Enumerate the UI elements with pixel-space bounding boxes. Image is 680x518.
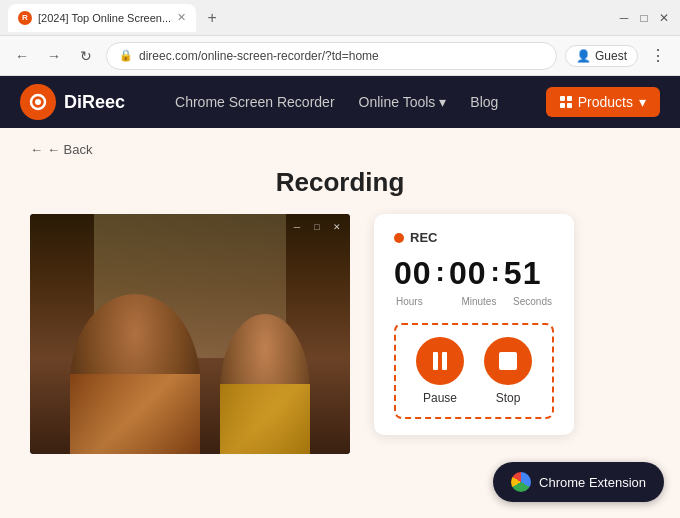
browser-addressbar: ← → ↻ 🔒 direec.com/online-screen-recorde… (0, 36, 680, 76)
rec-dot (394, 233, 404, 243)
pause-button-wrap: Pause (416, 337, 464, 405)
browser-tab[interactable]: R [2024] Top Online Screen... ✕ (8, 4, 196, 32)
video-scene (30, 214, 350, 454)
timer-colon-2: : (491, 256, 500, 288)
rec-label: REC (410, 230, 437, 245)
back-link[interactable]: ← ← Back (0, 128, 680, 157)
stop-button[interactable] (484, 337, 532, 385)
window-controls: ─ □ ✕ (616, 10, 672, 26)
page-title: Recording (0, 167, 680, 198)
security-icon: 🔒 (119, 49, 133, 62)
chrome-ext-label: Chrome Extension (539, 475, 646, 490)
page-content: ← ← Back Recording ─ □ ✕ (0, 128, 680, 518)
guest-icon: 👤 (576, 49, 591, 63)
content-row: ─ □ ✕ REC 00 : 00 : 51 Hours Minutes Sec… (0, 214, 680, 454)
video-overlay-controls: ─ □ ✕ (290, 220, 344, 234)
recording-controls: Pause Stop (394, 323, 554, 419)
browser-menu-button[interactable]: ⋮ (646, 44, 670, 68)
stop-label: Stop (496, 391, 521, 405)
stop-icon (499, 352, 517, 370)
timer-labels: Hours Minutes Seconds (394, 296, 554, 307)
forward-nav-button[interactable]: → (42, 44, 66, 68)
address-bar[interactable]: 🔒 direec.com/online-screen-recorder/?td=… (106, 42, 557, 70)
products-button[interactable]: Products ▾ (546, 87, 660, 117)
timer-display: 00 : 00 : 51 (394, 255, 554, 292)
stop-button-wrap: Stop (484, 337, 532, 405)
back-label: ← Back (47, 142, 93, 157)
tab-close-icon[interactable]: ✕ (177, 11, 186, 24)
recording-panel: REC 00 : 00 : 51 Hours Minutes Seconds (374, 214, 574, 435)
timer-hours: 00 (394, 255, 432, 292)
timer-colon-1: : (436, 256, 445, 288)
nav-links: Chrome Screen Recorder Online Tools ▾ Bl… (175, 94, 498, 110)
video-close-icon[interactable]: ✕ (330, 220, 344, 234)
maximize-button[interactable]: □ (636, 10, 652, 26)
browser-titlebar: R [2024] Top Online Screen... ✕ + ─ □ ✕ (0, 0, 680, 36)
guest-button[interactable]: 👤 Guest (565, 45, 638, 67)
online-tools-label: Online Tools (359, 94, 436, 110)
direec-navbar: DiReec Chrome Screen Recorder Online Too… (0, 76, 680, 128)
blog-link[interactable]: Blog (470, 94, 498, 110)
logo-text: DiReec (64, 92, 125, 113)
video-maximize-icon[interactable]: □ (310, 220, 324, 234)
refresh-button[interactable]: ↻ (74, 44, 98, 68)
grid-icon (560, 96, 572, 108)
svg-point-1 (35, 99, 41, 105)
video-minimize-icon[interactable]: ─ (290, 220, 304, 234)
products-chevron-icon: ▾ (639, 94, 646, 110)
rec-indicator: REC (394, 230, 554, 245)
minimize-button[interactable]: ─ (616, 10, 632, 26)
address-text: direec.com/online-screen-recorder/?td=ho… (139, 49, 544, 63)
chrome-extension-button[interactable]: Chrome Extension (493, 462, 664, 502)
new-tab-button[interactable]: + (198, 4, 226, 32)
pause-button[interactable] (416, 337, 464, 385)
chrome-logo-icon (511, 472, 531, 492)
logo-icon (20, 84, 56, 120)
back-nav-button[interactable]: ← (10, 44, 34, 68)
close-button[interactable]: ✕ (656, 10, 672, 26)
online-tools-link[interactable]: Online Tools ▾ (359, 94, 447, 110)
pause-label: Pause (423, 391, 457, 405)
pause-icon (433, 352, 447, 370)
chevron-down-icon: ▾ (439, 94, 446, 110)
timer-minutes: 00 (449, 255, 487, 292)
tab-favicon: R (18, 11, 32, 25)
seconds-label: Seconds (513, 296, 552, 307)
chrome-recorder-link[interactable]: Chrome Screen Recorder (175, 94, 335, 110)
hours-label: Hours (396, 296, 423, 307)
timer-seconds: 51 (504, 255, 542, 292)
direec-logo[interactable]: DiReec (20, 84, 125, 120)
minutes-label: Minutes (461, 296, 496, 307)
back-arrow-icon: ← (30, 142, 43, 157)
guest-label: Guest (595, 49, 627, 63)
tab-title: [2024] Top Online Screen... (38, 12, 171, 24)
products-label: Products (578, 94, 633, 110)
video-container: ─ □ ✕ (30, 214, 350, 454)
